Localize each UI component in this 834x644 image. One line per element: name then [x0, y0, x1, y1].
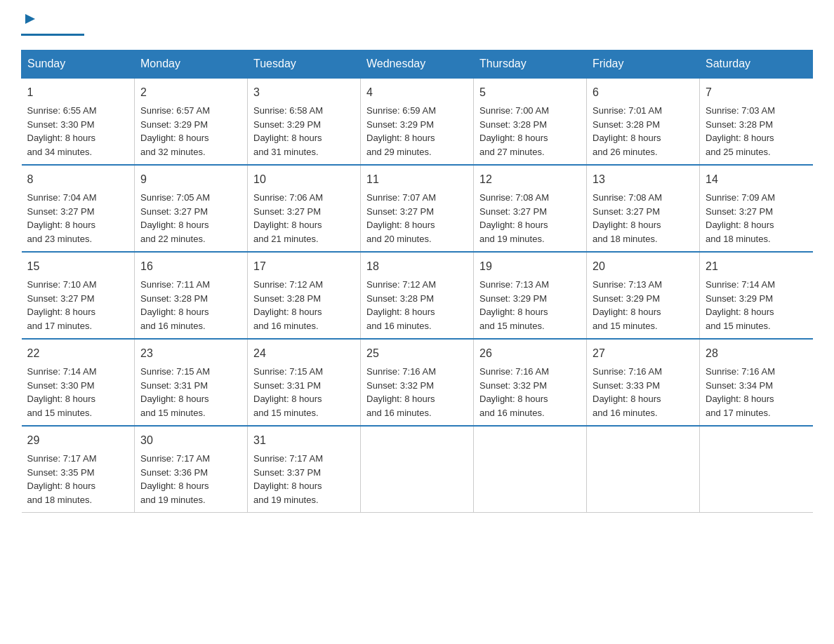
day-number: 9 [140, 171, 241, 188]
calendar-cell: 1Sunrise: 6:55 AMSunset: 3:30 PMDaylight… [22, 78, 135, 165]
calendar-cell: 25Sunrise: 7:16 AMSunset: 3:32 PMDayligh… [361, 339, 474, 426]
calendar-cell: 8Sunrise: 7:04 AMSunset: 3:27 PMDaylight… [22, 165, 135, 252]
day-number: 5 [479, 84, 581, 101]
day-info: Sunrise: 7:13 AMSunset: 3:29 PMDaylight:… [479, 278, 581, 333]
day-info: Sunrise: 7:01 AMSunset: 3:28 PMDaylight:… [593, 104, 694, 159]
weekday-header-sunday: Sunday [22, 51, 135, 79]
day-info: Sunrise: 7:08 AMSunset: 3:27 PMDaylight:… [479, 191, 581, 246]
day-info: Sunrise: 7:16 AMSunset: 3:34 PMDaylight:… [706, 365, 807, 420]
day-info: Sunrise: 7:00 AMSunset: 3:28 PMDaylight:… [479, 104, 581, 159]
day-info: Sunrise: 7:15 AMSunset: 3:31 PMDaylight:… [140, 365, 241, 420]
day-info: Sunrise: 7:06 AMSunset: 3:27 PMDaylight:… [253, 191, 355, 246]
weekday-header-wednesday: Wednesday [361, 51, 474, 79]
calendar-cell: 31Sunrise: 7:17 AMSunset: 3:37 PMDayligh… [248, 426, 361, 513]
calendar-cell [587, 426, 700, 513]
day-info: Sunrise: 7:05 AMSunset: 3:27 PMDaylight:… [140, 191, 241, 246]
day-number: 1 [27, 84, 129, 101]
day-number: 13 [593, 171, 694, 188]
calendar-cell: 2Sunrise: 6:57 AMSunset: 3:29 PMDaylight… [135, 78, 248, 165]
day-number: 29 [27, 432, 129, 449]
day-number: 4 [366, 84, 468, 101]
day-number: 31 [253, 432, 355, 449]
day-number: 27 [593, 345, 694, 362]
weekday-header-tuesday: Tuesday [248, 51, 361, 79]
calendar-cell: 27Sunrise: 7:16 AMSunset: 3:33 PMDayligh… [587, 339, 700, 426]
day-info: Sunrise: 6:57 AMSunset: 3:29 PMDaylight:… [140, 104, 241, 159]
day-number: 3 [253, 84, 355, 101]
calendar-cell [700, 426, 813, 513]
day-number: 16 [140, 258, 241, 275]
week-row-1: 1Sunrise: 6:55 AMSunset: 3:30 PMDaylight… [22, 78, 813, 165]
calendar-cell: 17Sunrise: 7:12 AMSunset: 3:28 PMDayligh… [248, 252, 361, 339]
calendar-cell: 21Sunrise: 7:14 AMSunset: 3:29 PMDayligh… [700, 252, 813, 339]
day-info: Sunrise: 7:10 AMSunset: 3:27 PMDaylight:… [27, 278, 129, 333]
day-number: 19 [479, 258, 581, 275]
calendar-cell: 19Sunrise: 7:13 AMSunset: 3:29 PMDayligh… [474, 252, 587, 339]
day-number: 24 [253, 345, 355, 362]
calendar-cell: 15Sunrise: 7:10 AMSunset: 3:27 PMDayligh… [22, 252, 135, 339]
calendar-cell: 29Sunrise: 7:17 AMSunset: 3:35 PMDayligh… [22, 426, 135, 513]
day-info: Sunrise: 7:08 AMSunset: 3:27 PMDaylight:… [593, 191, 694, 246]
day-number: 26 [479, 345, 581, 362]
day-info: Sunrise: 7:16 AMSunset: 3:32 PMDaylight:… [366, 365, 468, 420]
logo-arrow-icon [22, 11, 38, 29]
calendar-cell: 13Sunrise: 7:08 AMSunset: 3:27 PMDayligh… [587, 165, 700, 252]
calendar-cell: 24Sunrise: 7:15 AMSunset: 3:31 PMDayligh… [248, 339, 361, 426]
day-number: 11 [366, 171, 468, 188]
day-number: 2 [140, 84, 241, 101]
calendar-cell: 6Sunrise: 7:01 AMSunset: 3:28 PMDaylight… [587, 78, 700, 165]
day-info: Sunrise: 7:14 AMSunset: 3:29 PMDaylight:… [706, 278, 807, 333]
calendar-cell: 20Sunrise: 7:13 AMSunset: 3:29 PMDayligh… [587, 252, 700, 339]
day-info: Sunrise: 7:12 AMSunset: 3:28 PMDaylight:… [366, 278, 468, 333]
week-row-3: 15Sunrise: 7:10 AMSunset: 3:27 PMDayligh… [22, 252, 813, 339]
day-info: Sunrise: 6:59 AMSunset: 3:29 PMDaylight:… [366, 104, 468, 159]
calendar-cell: 22Sunrise: 7:14 AMSunset: 3:30 PMDayligh… [22, 339, 135, 426]
weekday-header-row: SundayMondayTuesdayWednesdayThursdayFrid… [22, 51, 813, 79]
calendar-cell [474, 426, 587, 513]
day-info: Sunrise: 7:14 AMSunset: 3:30 PMDaylight:… [27, 365, 129, 420]
week-row-4: 22Sunrise: 7:14 AMSunset: 3:30 PMDayligh… [22, 339, 813, 426]
week-row-5: 29Sunrise: 7:17 AMSunset: 3:35 PMDayligh… [22, 426, 813, 513]
day-info: Sunrise: 7:17 AMSunset: 3:37 PMDaylight:… [253, 452, 355, 507]
day-info: Sunrise: 7:09 AMSunset: 3:27 PMDaylight:… [706, 191, 807, 246]
day-info: Sunrise: 7:16 AMSunset: 3:32 PMDaylight:… [479, 365, 581, 420]
day-info: Sunrise: 6:55 AMSunset: 3:30 PMDaylight:… [27, 104, 129, 159]
page-header [21, 14, 813, 36]
day-info: Sunrise: 7:16 AMSunset: 3:33 PMDaylight:… [593, 365, 694, 420]
logo-underline [21, 34, 84, 36]
day-info: Sunrise: 7:17 AMSunset: 3:35 PMDaylight:… [27, 452, 129, 507]
day-number: 8 [27, 171, 129, 188]
calendar-cell: 18Sunrise: 7:12 AMSunset: 3:28 PMDayligh… [361, 252, 474, 339]
day-number: 21 [706, 258, 807, 275]
calendar-cell [361, 426, 474, 513]
day-number: 10 [253, 171, 355, 188]
day-info: Sunrise: 7:04 AMSunset: 3:27 PMDaylight:… [27, 191, 129, 246]
day-info: Sunrise: 6:58 AMSunset: 3:29 PMDaylight:… [253, 104, 355, 159]
calendar-cell: 3Sunrise: 6:58 AMSunset: 3:29 PMDaylight… [248, 78, 361, 165]
calendar-cell: 9Sunrise: 7:05 AMSunset: 3:27 PMDaylight… [135, 165, 248, 252]
calendar-cell: 7Sunrise: 7:03 AMSunset: 3:28 PMDaylight… [700, 78, 813, 165]
day-number: 20 [593, 258, 694, 275]
calendar-cell: 5Sunrise: 7:00 AMSunset: 3:28 PMDaylight… [474, 78, 587, 165]
weekday-header-friday: Friday [587, 51, 700, 79]
day-info: Sunrise: 7:03 AMSunset: 3:28 PMDaylight:… [706, 104, 807, 159]
day-number: 7 [706, 84, 807, 101]
day-number: 6 [593, 84, 694, 101]
weekday-header-monday: Monday [135, 51, 248, 79]
weekday-header-saturday: Saturday [700, 51, 813, 79]
calendar-cell: 4Sunrise: 6:59 AMSunset: 3:29 PMDaylight… [361, 78, 474, 165]
day-info: Sunrise: 7:17 AMSunset: 3:36 PMDaylight:… [140, 452, 241, 507]
calendar-cell: 11Sunrise: 7:07 AMSunset: 3:27 PMDayligh… [361, 165, 474, 252]
day-number: 12 [479, 171, 581, 188]
day-info: Sunrise: 7:12 AMSunset: 3:28 PMDaylight:… [253, 278, 355, 333]
calendar-cell: 28Sunrise: 7:16 AMSunset: 3:34 PMDayligh… [700, 339, 813, 426]
day-number: 17 [253, 258, 355, 275]
day-number: 22 [27, 345, 129, 362]
calendar-cell: 26Sunrise: 7:16 AMSunset: 3:32 PMDayligh… [474, 339, 587, 426]
day-number: 28 [706, 345, 807, 362]
logo [21, 14, 84, 36]
calendar-cell: 23Sunrise: 7:15 AMSunset: 3:31 PMDayligh… [135, 339, 248, 426]
calendar-cell: 10Sunrise: 7:06 AMSunset: 3:27 PMDayligh… [248, 165, 361, 252]
day-info: Sunrise: 7:07 AMSunset: 3:27 PMDaylight:… [366, 191, 468, 246]
day-info: Sunrise: 7:13 AMSunset: 3:29 PMDaylight:… [593, 278, 694, 333]
